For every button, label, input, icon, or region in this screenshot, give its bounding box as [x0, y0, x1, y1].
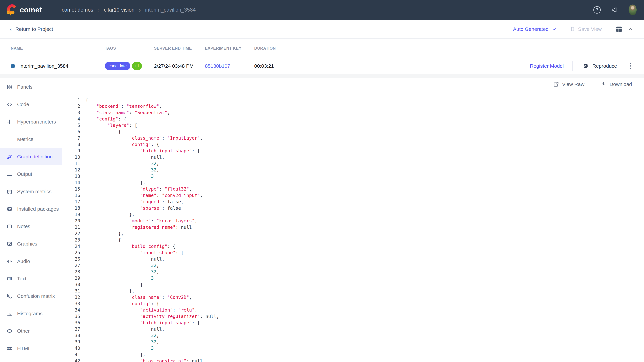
- experiment-color-dot: [11, 64, 15, 68]
- tag-badge[interactable]: candidate: [105, 62, 130, 70]
- code-line: 10 null,: [62, 154, 644, 160]
- line-number: 35: [62, 313, 86, 320]
- sidebar-item-installed-packages[interactable]: Py Installed packages: [0, 200, 62, 218]
- code-line: 13 3: [62, 173, 644, 179]
- line-number: 38: [62, 332, 86, 339]
- code-line: 2 "backend": "tensorflow",: [62, 103, 644, 109]
- line-number: 34: [62, 307, 86, 313]
- line-number: 16: [62, 192, 86, 199]
- code-line: 20 "module": "keras.layers",: [62, 218, 644, 224]
- breadcrumb-workspace[interactable]: comet-demos: [62, 7, 93, 13]
- sidebar-item-graph-definition[interactable]: Graph definition: [0, 148, 62, 165]
- experiment-table-header: NAME TAGS SERVER END TIME EXPERIMENT KEY…: [0, 38, 644, 58]
- sidebar-item-audio[interactable]: Audio: [0, 253, 62, 270]
- sidebar-item-confusion-matrix[interactable]: Confusion matrix: [0, 287, 62, 305]
- download-label: Download: [610, 81, 632, 87]
- sidebar-item-code[interactable]: Code: [0, 96, 62, 113]
- line-number: 25: [62, 250, 86, 256]
- row-menu-kebab-icon[interactable]: [629, 62, 632, 70]
- user-avatar[interactable]: [628, 6, 636, 14]
- breadcrumb: comet-demos › cifar10-vision › interim_p…: [62, 7, 196, 13]
- experiment-name[interactable]: interim_pavilion_3584: [20, 63, 68, 69]
- save-view-button[interactable]: Save View: [570, 26, 602, 32]
- line-number: 36: [62, 320, 86, 326]
- chevron-up-icon[interactable]: [628, 26, 633, 32]
- code-line: 37 null,: [62, 326, 644, 332]
- view-selector-dropdown[interactable]: Auto Generated: [513, 26, 556, 32]
- code-line: 4 "config": {: [62, 116, 644, 122]
- help-icon: ?: [593, 6, 601, 13]
- line-number: 2: [62, 103, 86, 109]
- line-number: 5: [62, 122, 86, 129]
- reproduce-button[interactable]: Reproduce: [582, 62, 617, 69]
- table-layout-icon[interactable]: [615, 25, 623, 33]
- sliders-icon: [6, 119, 13, 125]
- code-line: 25 "input_shape": [: [62, 250, 644, 256]
- code-line: 33 "config": {: [62, 301, 644, 307]
- bookmark-icon: [570, 26, 576, 32]
- sidebar-item-histograms[interactable]: Histograms: [0, 305, 62, 322]
- code-line: 39 32,: [62, 339, 644, 345]
- column-header-name[interactable]: NAME: [11, 46, 23, 51]
- line-number: 15: [62, 186, 86, 192]
- code-line: 27 32,: [62, 262, 644, 269]
- code-line: 5 "layers": [: [62, 122, 644, 129]
- register-model-button[interactable]: Register Model: [530, 63, 564, 69]
- panels-icon: [6, 84, 13, 90]
- view-raw-button[interactable]: View Raw: [553, 81, 584, 87]
- code-viewer[interactable]: 1{2 "backend": "tensorflow",3 "class_nam…: [62, 97, 644, 362]
- download-button[interactable]: Download: [600, 81, 632, 87]
- laptop-icon: [6, 171, 13, 177]
- sidebar-item-metrics[interactable]: Metrics: [0, 131, 62, 148]
- waveform-icon: [6, 258, 13, 265]
- sidebar-item-html[interactable]: HTML HTML: [0, 340, 62, 357]
- line-number: 39: [62, 339, 86, 345]
- line-number: 17: [62, 199, 86, 205]
- sidebar-item-output[interactable]: Output: [0, 165, 62, 183]
- experiment-row[interactable]: interim_pavilion_3584 candidate +1 2/27/…: [0, 58, 644, 74]
- column-header-duration[interactable]: DURATION: [254, 46, 276, 50]
- return-to-project-button[interactable]: ‹ Return to Project: [10, 26, 53, 32]
- view-selector-label: Auto Generated: [513, 26, 548, 32]
- sidebar-item-text[interactable]: Tt Text: [0, 270, 62, 287]
- code-line: 6 {: [62, 129, 644, 135]
- announcements-button[interactable]: [611, 6, 619, 14]
- html-icon: HTML: [6, 345, 13, 352]
- column-header-server-end-time[interactable]: SERVER END TIME: [154, 46, 192, 50]
- code-line: 32 "class_name": "Conv2D",: [62, 294, 644, 301]
- chevron-left-icon: ‹: [10, 26, 12, 32]
- line-number: 42: [62, 358, 86, 362]
- line-number: 33: [62, 301, 86, 307]
- line-number: 7: [62, 135, 86, 141]
- code-line: 34 "activation": "relu",: [62, 307, 644, 313]
- download-icon: [600, 81, 606, 87]
- code-toolbar: View Raw Download: [62, 81, 644, 88]
- line-number: 14: [62, 179, 86, 186]
- sidebar-item-panels[interactable]: Panels: [0, 78, 62, 96]
- svg-text:HTML: HTML: [8, 348, 12, 350]
- tag-more-badge[interactable]: +1: [132, 62, 142, 70]
- code-line: 36 "batch_input_shape": [: [62, 320, 644, 326]
- experiment-key-link[interactable]: 85130b107: [205, 63, 230, 69]
- return-label: Return to Project: [15, 26, 53, 32]
- server-end-time-value: 2/27/24 03:48 PM: [154, 63, 194, 69]
- sidebar-item-graphics[interactable]: Graphics: [0, 235, 62, 253]
- column-header-tags[interactable]: TAGS: [105, 46, 116, 51]
- code-line: 15 "dtype": "float32",: [62, 186, 644, 192]
- sidebar-item-notes[interactable]: Notes: [0, 218, 62, 235]
- code-line: 40 3: [62, 345, 644, 352]
- line-number: 30: [62, 281, 86, 288]
- column-header-experiment-key[interactable]: EXPERIMENT KEY: [205, 46, 242, 50]
- image-icon: [6, 241, 13, 247]
- code-line: 31 },: [62, 288, 644, 294]
- help-button[interactable]: ?: [593, 6, 601, 14]
- sidebar-item-hyperparameters[interactable]: Hyperparameters: [0, 113, 62, 131]
- sidebar-item-other[interactable]: Other: [0, 322, 62, 340]
- sidebar-item-system-metrics[interactable]: System metrics: [0, 183, 62, 200]
- line-number: 21: [62, 224, 86, 230]
- comet-logo[interactable]: comet: [5, 4, 42, 16]
- svg-text:Py: Py: [8, 208, 11, 211]
- line-number: 1: [62, 97, 86, 103]
- line-number: 19: [62, 211, 86, 218]
- breadcrumb-project[interactable]: cifar10-vision: [104, 7, 134, 13]
